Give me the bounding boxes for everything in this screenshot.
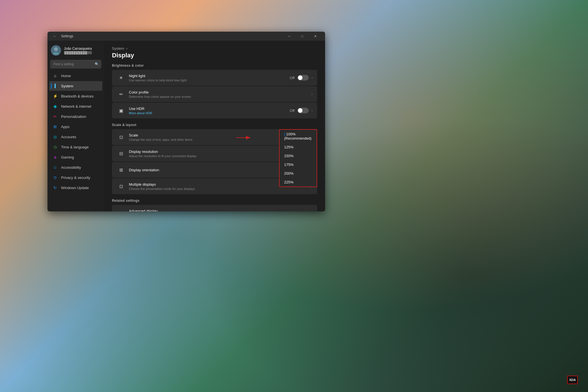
sidebar-item-apps[interactable]: ⊞ Apps: [49, 122, 102, 131]
sidebar-item-accounts[interactable]: ◎ Accounts: [49, 132, 102, 142]
scale-row-container: ⊡ Scale Change the size of text, apps, a…: [112, 129, 317, 145]
scale-option-200[interactable]: 200%: [280, 169, 317, 178]
settings-window: ← Settings ─ □ ✕ João Carrasqueira: [47, 32, 325, 211]
section-related-title: Related settings: [112, 199, 317, 203]
sidebar-item-label: Privacy & security: [61, 176, 90, 180]
color-profile-chevron[interactable]: ›: [312, 92, 313, 96]
sidebar-item-update[interactable]: ↻ Windows Update: [49, 183, 102, 192]
bluetooth-icon: ⚡: [53, 94, 58, 99]
time-icon: ◷: [53, 144, 58, 150]
user-name: João Carrasqueira: [64, 47, 92, 51]
sidebar-item-system[interactable]: System: [49, 81, 102, 91]
sidebar: João Carrasqueira ██████████ 🔍 ⌂ Home Sy…: [47, 41, 104, 211]
color-profile-right: ›: [312, 92, 313, 96]
page-title: Display: [112, 52, 317, 59]
scale-icon: ⊡: [116, 133, 126, 142]
network-icon: ◉: [53, 104, 58, 109]
breadcrumb: System >: [112, 46, 317, 51]
hdr-title: Use HDR: [129, 107, 290, 111]
sidebar-item-label: Network & internet: [61, 104, 91, 109]
hdr-right: Off ›: [290, 108, 313, 113]
sidebar-item-label: Windows Update: [61, 186, 89, 190]
night-light-text: Night light Use warmer colors to help bl…: [129, 74, 290, 82]
advanced-display-chevron[interactable]: ›: [312, 211, 313, 211]
search-icon: 🔍: [95, 62, 99, 66]
window-controls: ─ □ ✕: [283, 32, 322, 41]
night-light-toggle[interactable]: [297, 75, 309, 81]
multiple-displays-subtitle: Choose the presentation mode for your di…: [129, 187, 310, 190]
sidebar-item-bluetooth[interactable]: ⚡ Bluetooth & devices: [49, 91, 102, 101]
close-button[interactable]: ✕: [309, 32, 322, 41]
color-profile-title: Color profile: [129, 90, 312, 94]
user-info: João Carrasqueira ██████████: [64, 47, 92, 54]
sidebar-item-privacy[interactable]: ⊙ Privacy & security: [49, 173, 102, 182]
scale-dropdown[interactable]: 100% (Recommended) 125% 150% 175% 200% 2…: [279, 129, 317, 187]
sidebar-item-network[interactable]: ◉ Network & internet: [49, 101, 102, 111]
section-brightness-title: Brightness & color: [112, 64, 317, 68]
color-profile-subtitle: Determine how colors appear on your scre…: [129, 95, 312, 98]
window-title: Settings: [61, 34, 283, 38]
window-content: João Carrasqueira ██████████ 🔍 ⌂ Home Sy…: [47, 41, 325, 211]
back-button[interactable]: ←: [51, 32, 59, 40]
sidebar-item-label: Personalization: [61, 114, 86, 119]
hdr-icon: ▣: [116, 106, 126, 115]
night-light-title: Night light: [129, 74, 290, 78]
sidebar-item-label: Apps: [61, 125, 70, 129]
hdr-toggle[interactable]: [297, 108, 309, 113]
color-profile-text: Color profile Determine how colors appea…: [129, 90, 312, 98]
breadcrumb-separator: >: [126, 47, 127, 50]
breadcrumb-system[interactable]: System: [112, 46, 124, 51]
sidebar-item-label: Accessibility: [61, 165, 81, 170]
night-light-icon: ☀: [116, 73, 126, 82]
multiple-displays-icon: ⊡: [116, 182, 126, 191]
minimize-button[interactable]: ─: [283, 32, 296, 41]
sidebar-item-accessibility[interactable]: ☺ Accessibility: [49, 163, 102, 172]
main-panel: System > Display Brightness & color ☀ Ni…: [104, 41, 325, 211]
xda-icon: XDA: [567, 376, 578, 384]
color-profile-row[interactable]: ✏ Color profile Determine how colors app…: [112, 86, 317, 102]
personalization-icon: ✏: [53, 114, 58, 119]
orientation-icon: ⊞: [116, 165, 126, 174]
sidebar-item-label: Time & language: [61, 145, 89, 149]
sidebar-item-label: Accounts: [61, 135, 76, 139]
scale-option-225[interactable]: 225%: [280, 178, 317, 187]
active-indicator: [51, 83, 52, 89]
xda-watermark: XDA: [567, 376, 578, 384]
search-input[interactable]: [50, 60, 101, 68]
night-light-chevron[interactable]: ›: [312, 76, 313, 80]
resolution-icon: ⊟: [116, 149, 126, 158]
sidebar-item-gaming[interactable]: ◈ Gaming: [49, 152, 102, 162]
sidebar-item-label: Gaming: [61, 155, 74, 159]
sidebar-item-label: Bluetooth & devices: [61, 94, 94, 98]
scale-option-125[interactable]: 125%: [280, 143, 317, 151]
advanced-display-title: Advanced display: [129, 209, 312, 212]
hdr-row[interactable]: ▣ Use HDR More about HDR Off ›: [112, 103, 317, 118]
advanced-display-row[interactable]: ▣ Advanced display Display information, …: [112, 205, 317, 211]
sidebar-item-home[interactable]: ⌂ Home: [49, 71, 102, 81]
home-icon: ⌂: [53, 73, 58, 78]
scale-option-100[interactable]: 100% (Recommended): [280, 130, 317, 143]
hdr-chevron[interactable]: ›: [312, 109, 313, 112]
titlebar: ← Settings ─ □ ✕: [47, 32, 325, 41]
accessibility-icon: ☺: [53, 165, 58, 170]
hdr-subtitle[interactable]: More about HDR: [129, 111, 290, 115]
avatar: [51, 45, 61, 55]
section-scale-title: Scale & layout: [112, 123, 317, 127]
privacy-icon: ⊙: [53, 175, 58, 180]
sidebar-item-personalization[interactable]: ✏ Personalization: [49, 112, 102, 121]
user-profile[interactable]: João Carrasqueira ██████████: [47, 43, 104, 59]
update-icon: ↻: [53, 185, 58, 190]
night-light-row[interactable]: ☀ Night light Use warmer colors to help …: [112, 70, 317, 86]
gaming-icon: ◈: [53, 155, 58, 160]
hdr-value: Off: [290, 109, 295, 113]
apps-icon: ⊞: [53, 124, 58, 129]
scale-option-175[interactable]: 175%: [280, 160, 317, 169]
night-light-subtitle: Use warmer colors to help block blue lig…: [129, 79, 290, 82]
system-icon: [53, 83, 58, 88]
sidebar-item-time[interactable]: ◷ Time & language: [49, 142, 102, 152]
scale-option-150[interactable]: 150%: [280, 151, 317, 160]
color-profile-icon: ✏: [116, 90, 126, 99]
maximize-button[interactable]: □: [296, 32, 309, 41]
user-email: ██████████: [64, 51, 92, 54]
sidebar-item-label: Home: [61, 74, 71, 78]
